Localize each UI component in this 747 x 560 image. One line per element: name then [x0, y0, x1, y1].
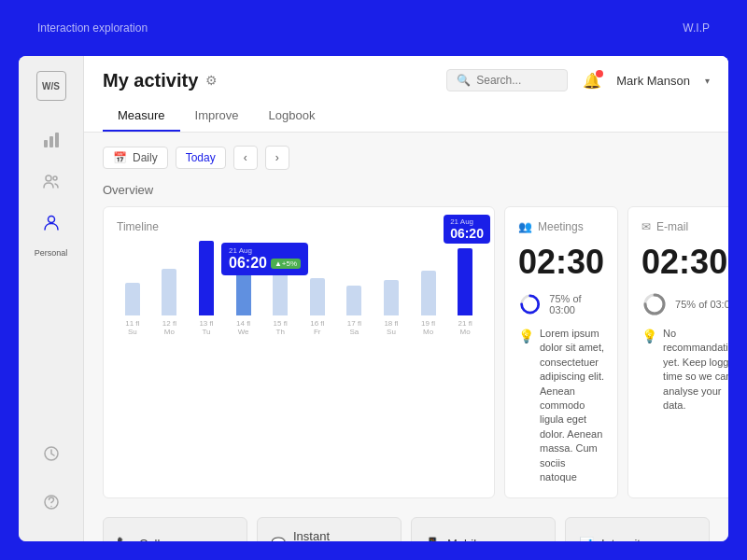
- tab-measure[interactable]: Measure: [103, 101, 180, 132]
- email-progress-row: 75% of 03:00: [641, 291, 728, 317]
- bar-group-7: 17 flSa: [339, 286, 371, 336]
- svg-point-8: [50, 506, 52, 508]
- bar-1: [125, 283, 140, 315]
- bottom-cards: 📞 Calls 💬 Instant Messaging 📱 Mobile 📊 I…: [103, 517, 710, 541]
- date-bar: 📅 Daily Today ‹ ›: [103, 146, 710, 170]
- page-title-area: My activity ⚙: [103, 70, 218, 91]
- calls-card[interactable]: 📞 Calls: [103, 517, 247, 541]
- view-label: Daily: [133, 151, 158, 164]
- bar-group-2: 12 flMo: [154, 269, 186, 336]
- calls-icon: 📞: [117, 537, 132, 541]
- today-button[interactable]: Today: [176, 147, 226, 169]
- bar-group-8: 18 flSu: [375, 280, 407, 336]
- sidebar-item-clock[interactable]: [35, 437, 68, 470]
- bar-label-4: 14 flWe: [236, 319, 250, 336]
- bar-2: [162, 269, 176, 315]
- gear-icon[interactable]: ⚙: [205, 73, 218, 88]
- bar-group-5: 15 flTh: [264, 273, 296, 336]
- bar-group-1: 11 flSu: [117, 283, 148, 336]
- messaging-label: Instant Messaging: [293, 529, 388, 541]
- mobile-icon: 📱: [425, 537, 440, 541]
- svg-point-3: [46, 175, 51, 181]
- page-title: My activity: [103, 70, 198, 91]
- email-title: ✉ E-mail: [641, 220, 728, 233]
- bar-label-6: 16 flFr: [310, 319, 324, 336]
- meetings-icon: 👥: [518, 220, 532, 233]
- mobile-card[interactable]: 📱 Mobile: [411, 517, 556, 541]
- top-bar: Interaction exploration W.I.P: [0, 0, 747, 56]
- prev-date-button[interactable]: ‹: [233, 146, 258, 170]
- sidebar-item-support[interactable]: [35, 485, 68, 519]
- bar-8: [384, 280, 399, 315]
- intensity-label: Intensity: [601, 537, 646, 541]
- overview-label: Overview: [103, 183, 710, 197]
- search-icon: 🔍: [457, 74, 471, 87]
- bar-tooltip-active: 21 Aug 06:20 ▲+5%: [221, 243, 308, 275]
- meetings-info-row: 💡 Lorem ipsum dolor sit amet, consectetu…: [518, 327, 604, 484]
- svg-point-5: [48, 217, 54, 223]
- email-info-text: No recommandation, yet. Keep logging tim…: [663, 327, 728, 413]
- svg-rect-0: [44, 140, 48, 147]
- meetings-info-icon: 💡: [518, 328, 534, 346]
- email-icon: ✉: [641, 220, 651, 233]
- bar-7: [346, 286, 361, 315]
- app-title: Interaction exploration: [37, 21, 148, 35]
- timeline-chart: 21 Aug 06:20 ▲+5% 11 flSu: [117, 243, 481, 355]
- notification-button[interactable]: 🔔: [583, 72, 601, 90]
- meetings-progress-row: 75% of 03:00: [518, 291, 604, 317]
- user-chevron-icon[interactable]: ▾: [705, 76, 710, 86]
- sidebar-item-personal[interactable]: Personal: [35, 205, 68, 258]
- personal-label: Personal: [35, 248, 68, 258]
- next-date-button[interactable]: ›: [265, 146, 289, 170]
- meetings-donut: [517, 292, 543, 315]
- search-input[interactable]: [476, 74, 557, 87]
- email-info-row: 💡 No recommandation, yet. Keep logging t…: [641, 327, 728, 413]
- sidebar-item-users[interactable]: [35, 164, 68, 198]
- email-card: ✉ E-mail 02:30 75% of 03:00 💡 No recomma…: [627, 206, 728, 498]
- bar-3: [199, 241, 214, 315]
- email-progress-text: 75% of 03:00: [675, 299, 728, 310]
- mobile-label: Mobile: [447, 537, 483, 541]
- content-header: My activity ⚙ 🔍 🔔 Mark Manson ▾: [84, 56, 728, 133]
- bar-label-1: 11 flSu: [125, 319, 139, 336]
- meetings-info-text: Lorem ipsum dolor sit amet, consectetuer…: [540, 327, 604, 484]
- sidebar-bottom: [35, 437, 68, 526]
- bar-group-3: 13 flTu: [190, 241, 222, 336]
- view-selector[interactable]: 📅 Daily: [103, 147, 168, 169]
- header-right: 🔍 🔔 Mark Manson ▾: [446, 69, 710, 91]
- bar-label-7: 17 flSa: [347, 319, 361, 336]
- bar-10: [458, 248, 472, 315]
- notification-dot: [596, 70, 603, 77]
- calendar-icon: 📅: [113, 151, 127, 164]
- bar-6: [310, 278, 325, 315]
- bar-label-2: 12 flMo: [162, 319, 176, 336]
- intensity-card[interactable]: 📊 Intensity: [565, 517, 710, 541]
- bar-5: [273, 273, 288, 315]
- content-area: My activity ⚙ 🔍 🔔 Mark Manson ▾: [84, 56, 728, 541]
- timeline-card: Timeline 21 Aug 06:20 ▲+5%: [103, 206, 495, 498]
- instant-messaging-card[interactable]: 💬 Instant Messaging: [257, 517, 402, 541]
- sidebar-logo[interactable]: W/S: [36, 71, 66, 101]
- bar-label-10: 21 flMo: [458, 319, 472, 336]
- svg-point-4: [53, 176, 57, 180]
- cards-grid: Timeline 21 Aug 06:20 ▲+5%: [103, 206, 710, 508]
- email-info-icon: 💡: [641, 328, 657, 346]
- search-box[interactable]: 🔍: [446, 69, 568, 91]
- bar-label-3: 13 flTu: [199, 319, 213, 336]
- tooltip-date: 21 Aug: [229, 246, 301, 255]
- content-body: 📅 Daily Today ‹ › Overview Timeline: [84, 133, 728, 541]
- svg-rect-1: [49, 136, 53, 147]
- header-top: My activity ⚙ 🔍 🔔 Mark Manson ▾: [103, 69, 710, 91]
- bar-group-6: 16 flFr: [302, 278, 333, 336]
- user-name[interactable]: Mark Manson: [616, 74, 690, 88]
- svg-rect-2: [55, 133, 59, 147]
- tab-logbook[interactable]: Logbook: [254, 101, 331, 132]
- bar-label-8: 18 flSu: [384, 319, 398, 336]
- main-area: W/S Personal: [19, 56, 728, 541]
- bar-label-5: 15 flTh: [274, 319, 288, 336]
- intensity-icon: 📊: [579, 537, 594, 541]
- tab-improve[interactable]: Improve: [180, 101, 254, 132]
- meetings-time: 02:30: [518, 243, 604, 282]
- messaging-icon: 💬: [271, 537, 286, 541]
- sidebar-item-chart[interactable]: [35, 123, 68, 157]
